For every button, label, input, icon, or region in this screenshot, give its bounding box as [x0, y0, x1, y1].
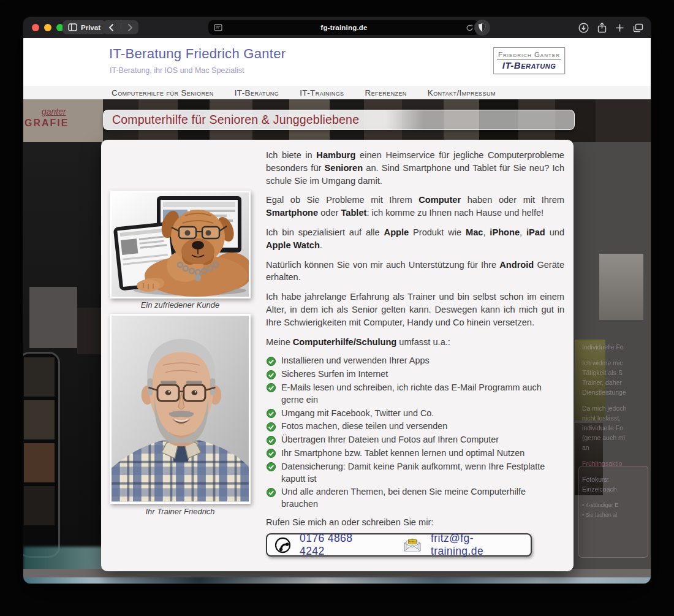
nav-item-referenzen[interactable]: Referenzen [365, 88, 406, 97]
email-link[interactable]: fritz@fg-training.de [431, 532, 523, 558]
background-thumbnail [599, 254, 643, 320]
list-item-text: E-Mails lesen und schreiben, ich richte … [281, 382, 542, 405]
background-page-text: Individuelle Fo Ich widme mic Tätigkeit … [582, 342, 648, 520]
check-icon [267, 449, 276, 458]
text-segment: umfasst u.a.: [396, 337, 450, 347]
back-button[interactable] [108, 24, 114, 31]
text-segment: . [320, 240, 322, 250]
contact-prompt: Rufen Sie mich an oder schreiben Sie mir… [266, 517, 433, 527]
text-segment: iPhone [490, 227, 520, 237]
minimize-window-button[interactable] [44, 24, 51, 31]
check-icon [267, 462, 276, 471]
site-logo: Friedrich Ganter IT-Beratung [493, 47, 565, 74]
site-header: IT-Beratung Friedrich Ganter IT-Beratung… [23, 38, 651, 86]
list-item: Ihr Smartphone bzw. Tablet kennen lernen… [266, 447, 564, 460]
services-list: Installieren und verwenden Ihrer Apps Si… [266, 355, 564, 511]
tab-overview-button[interactable] [633, 23, 643, 32]
customer-dog-image [110, 191, 251, 298]
text-segment: Apple [384, 227, 409, 237]
list-item-text: Ihr Smartphone bzw. Tablet kennen lernen… [281, 448, 524, 458]
list-item: Installieren und verwenden Ihrer Apps [266, 355, 564, 367]
forward-button[interactable] [127, 24, 133, 31]
text-segment: Produkt wie [409, 227, 466, 237]
address-bar[interactable]: fg-training.de [208, 20, 479, 35]
text-segment: Senioren [325, 163, 363, 173]
check-icon [267, 357, 276, 366]
background-text-fragment: ganter [42, 107, 66, 116]
text-segment: Mac [466, 227, 483, 237]
browser-toolbar: Privat fg-training.de [23, 17, 651, 38]
paragraph: Natürlich können Sie von mir auch Unters… [266, 259, 564, 284]
nav-item-computerhilfe[interactable]: Computerhilfe für Senioren [112, 88, 214, 97]
background-text-fragment: 4-stündiger E [582, 500, 648, 510]
paragraph: Egal ob Sie Probleme mit Ihrem Computer … [266, 194, 564, 219]
contact-bar: 0176 4868 4242 E-Mail fritz@fg-training.… [266, 533, 532, 557]
phone-icon [275, 537, 291, 553]
text-segment: Ich biete in [266, 150, 316, 160]
check-icon [267, 383, 276, 392]
list-item: Fotos machen, diese teilen und versenden [266, 420, 564, 433]
text-segment: Hamburg [316, 150, 355, 160]
nav-item-it-beratung[interactable]: IT-Beratung [235, 88, 279, 97]
content-card: Ein zufriedener Kunde [101, 140, 574, 571]
trainer-portrait-image [110, 314, 251, 504]
privacy-shield-button[interactable] [474, 20, 490, 36]
background-text-fragment: Individuelle Fo [582, 342, 648, 352]
background-thumbnail [29, 287, 77, 348]
reader-icon[interactable] [214, 24, 222, 31]
private-browsing-button[interactable]: Privat [62, 20, 106, 34]
text-segment: und [545, 227, 564, 237]
phone-screen-thumbnail [24, 443, 55, 482]
article-text: Ich biete in Hamburg einen Heimservice f… [266, 149, 564, 515]
phone-number-link[interactable]: 0176 4868 4242 [300, 532, 378, 558]
text-segment: Computer [418, 195, 461, 205]
background-text-fragment: individuelle Fo [582, 423, 648, 433]
background-text-fragment: Tätigkeit als S [582, 368, 648, 378]
list-item: Sicheres Surfen im Internet [266, 368, 564, 381]
background-text-fragment: Trainer, daher [582, 378, 648, 387]
background-text-fragment: Einzelcoach [582, 484, 648, 494]
background-text-fragment: Frühlingsaktio [582, 458, 648, 468]
history-nav [103, 20, 138, 34]
paragraph: Ich biete in Hamburg einen Heimservice f… [266, 149, 564, 187]
text-segment: , [483, 227, 490, 237]
url-text: fg-training.de [222, 24, 466, 31]
background-thumbnail [77, 308, 102, 354]
check-icon [267, 370, 276, 379]
logo-name: Friedrich Ganter [497, 51, 561, 59]
list-item-text: Installieren und verwenden Ihrer Apps [281, 356, 430, 365]
close-window-button[interactable] [32, 24, 39, 31]
nav-item-it-trainings[interactable]: IT-Trainings [300, 88, 344, 97]
text-segment: Ich bin spezialisiert auf alle [266, 227, 384, 237]
page-heading-banner: Computerhilfe für Senioren & Junggeblieb… [103, 110, 575, 130]
sidebar-icon [68, 23, 77, 31]
share-button[interactable] [597, 22, 607, 33]
text-segment: Natürlich können Sie von mir auch Unters… [266, 260, 499, 270]
email-icon: E-Mail [403, 538, 422, 552]
list-item: Datensicherung: Damit keine Panik aufkom… [266, 461, 564, 485]
list-item-text: Umgang mit Facebook, Twitter und Co. [281, 408, 434, 418]
safari-window: Privat fg-training.de [23, 17, 651, 584]
phone-screen-thumbnail [24, 400, 55, 439]
background-thumbnail [596, 99, 651, 142]
private-label: Privat [81, 24, 100, 31]
background-text-fragment: Ich widme mic [582, 358, 648, 368]
phone-screen-thumbnail [24, 357, 55, 397]
background-text-fragment: (gerne auch mi [582, 433, 648, 443]
background-text-fragment: Da mich jedoch [582, 403, 648, 413]
text-segment: haben oder mit Ihrem [461, 195, 564, 205]
background-text-fragment: nicht loslässt, [582, 413, 648, 423]
paragraph: Ich habe jahrelange Erfahrung als Traine… [266, 291, 564, 329]
reload-icon[interactable] [466, 24, 474, 32]
text-segment: Tablet [341, 208, 366, 218]
downloads-button[interactable] [578, 23, 589, 33]
text-segment: Computerhilfe/Schulung [293, 337, 396, 347]
background-phone-mockup [23, 352, 60, 558]
text-segment: Apple Watch [266, 240, 320, 250]
text-segment: Smartphone [266, 208, 318, 218]
nav-item-kontakt[interactable]: Kontakt/Impressum [428, 88, 496, 97]
text-segment: Ich habe jahrelange Erfahrung als Traine… [266, 292, 564, 327]
new-tab-button[interactable] [615, 23, 624, 32]
paragraph: Meine Computerhilfe/Schulung umfasst u.a… [266, 336, 564, 349]
text-segment: Meine [266, 337, 293, 347]
